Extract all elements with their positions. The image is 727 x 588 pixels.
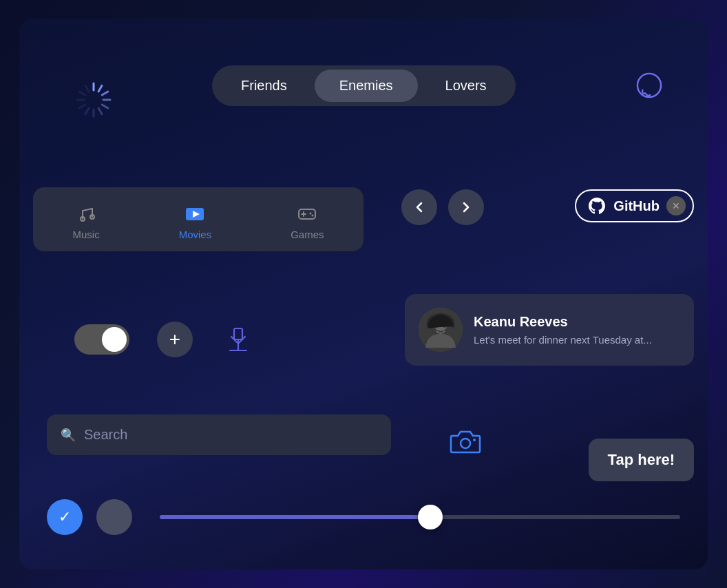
- gray-circle-button[interactable]: [96, 499, 132, 535]
- bottom-row: ✓: [47, 499, 680, 535]
- top-tabs-group: Friends Enemies Lovers: [212, 65, 516, 106]
- share-icon: [226, 327, 251, 352]
- svg-line-4: [102, 105, 108, 108]
- check-button[interactable]: ✓: [47, 499, 83, 535]
- music-icon: [76, 204, 96, 224]
- search-bar[interactable]: 🔍 Search: [47, 414, 391, 455]
- svg-line-7: [85, 108, 89, 114]
- svg-point-21: [312, 215, 314, 217]
- svg-line-1: [98, 85, 102, 92]
- github-pill-label: GitHub: [613, 198, 660, 214]
- nav-back-button[interactable]: [401, 189, 437, 225]
- slider-container: [160, 499, 680, 535]
- add-button[interactable]: +: [157, 322, 193, 357]
- svg-line-8: [79, 105, 85, 108]
- github-close-button[interactable]: ✕: [666, 196, 686, 216]
- media-tabs-group: Music Movies Games: [33, 187, 364, 251]
- checkmark-icon: ✓: [59, 508, 71, 526]
- avatar-image: [419, 308, 463, 352]
- chevron-left-icon: [412, 200, 426, 214]
- movies-icon: [185, 204, 205, 224]
- avatar: [419, 308, 463, 352]
- nav-forward-button[interactable]: [448, 189, 484, 225]
- svg-point-29: [461, 439, 470, 448]
- games-label: Games: [291, 229, 324, 240]
- svg-line-11: [85, 85, 89, 92]
- chat-icon: [636, 72, 662, 98]
- svg-point-12: [638, 74, 661, 97]
- toggle-switch[interactable]: [74, 324, 129, 355]
- message-sender-name: Keanu Reeves: [474, 314, 680, 330]
- controls-row: +: [74, 322, 256, 357]
- svg-line-2: [102, 92, 108, 95]
- camera-button[interactable]: [446, 421, 485, 460]
- github-pill[interactable]: GitHub ✕: [575, 189, 694, 222]
- main-container: Friends Enemies Lovers Music Movies: [19, 19, 708, 569]
- movies-label: Movies: [179, 229, 212, 240]
- toggle-knob: [102, 327, 127, 352]
- github-icon: [587, 196, 607, 216]
- tab-lovers[interactable]: Lovers: [421, 70, 512, 102]
- svg-point-20: [310, 213, 312, 215]
- slider-track[interactable]: [160, 515, 680, 519]
- tab-enemies[interactable]: Enemies: [315, 70, 418, 102]
- svg-rect-22: [234, 328, 242, 339]
- tap-here-button[interactable]: Tap here!: [589, 439, 694, 481]
- tab-friends[interactable]: Friends: [216, 70, 312, 102]
- slider-thumb[interactable]: [418, 505, 443, 529]
- games-icon: [297, 204, 317, 224]
- svg-line-5: [98, 108, 102, 114]
- chevron-right-icon: [459, 200, 473, 214]
- music-label: Music: [72, 229, 99, 240]
- share-button[interactable]: [220, 322, 256, 357]
- tab-games[interactable]: Games: [274, 198, 340, 246]
- close-icon: ✕: [672, 200, 680, 211]
- camera-icon: [450, 425, 481, 456]
- message-content: Keanu Reeves Let's meet for dinner next …: [474, 314, 680, 346]
- message-card[interactable]: Keanu Reeves Let's meet for dinner next …: [405, 294, 694, 366]
- message-preview-text: Let's meet for dinner next Tuesday at...: [474, 334, 680, 346]
- tab-movies[interactable]: Movies: [162, 198, 229, 246]
- tab-music[interactable]: Music: [56, 198, 116, 246]
- plus-icon: +: [169, 328, 180, 350]
- svg-line-10: [79, 92, 85, 95]
- chat-icon-button[interactable]: [632, 68, 666, 103]
- nav-arrows-group: [401, 189, 484, 225]
- search-icon: 🔍: [61, 428, 76, 443]
- loading-spinner: [74, 81, 113, 119]
- search-input[interactable]: Search: [84, 427, 127, 443]
- svg-point-30: [473, 439, 476, 441]
